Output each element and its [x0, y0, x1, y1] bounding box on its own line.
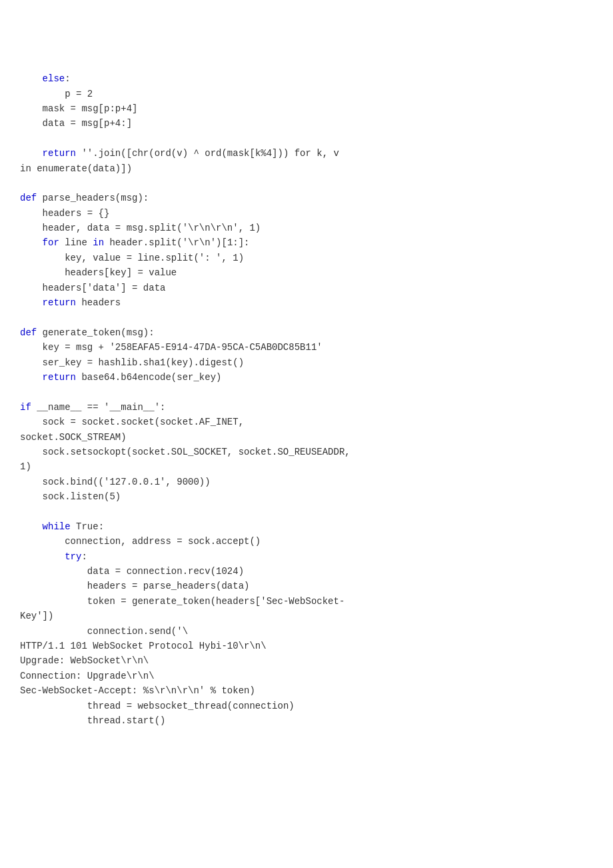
code-token-indent4 [20, 118, 43, 129]
code-token-normal: True: [71, 521, 104, 532]
code-line: key = msg + '258EAFA5-E914-47DA-95CA-C5A… [20, 340, 593, 355]
code-token-normal: headers['data'] = data [43, 283, 166, 293]
code-token-indent12 [20, 626, 87, 637]
code-token-normal: key = msg + '258EAFA5-E914-47DA-95CA-C5A… [43, 342, 322, 353]
code-token-normal: Sec-WebSocket-Accept: %s\r\n\r\n' % toke… [20, 685, 255, 696]
code-token-normal: connection.send('\ [87, 626, 188, 637]
code-line: p = 2 [20, 87, 593, 101]
code-line: in enumerate(data)]) [20, 161, 593, 176]
code-token-normal: : [65, 73, 70, 84]
code-line: HTTP/1.1 101 WebSocket Protocol Hybi-10\… [20, 639, 593, 653]
code-line: return ''.join([chr(ord(v) ^ ord(mask[k%… [20, 146, 593, 161]
code-line: socket.SOCK_STREAM) [20, 430, 593, 445]
code-token-indent4 [20, 297, 43, 308]
code-line: headers = parse_headers(data) [20, 579, 593, 593]
code-token-normal: key, value = line.split(': ', 1) [65, 253, 244, 263]
code-token-normal: p = 2 [65, 89, 93, 99]
code-token-normal: : [81, 551, 87, 562]
code-token-normal: __name__ == '__main__': [31, 402, 166, 413]
code-empty-line [20, 505, 593, 519]
code-token-normal: sock.listen(5) [43, 491, 121, 502]
code-token-indent8 [20, 253, 65, 263]
code-line: data = msg[p+4:] [20, 116, 593, 131]
code-token-normal: data = connection.recv(1024) [87, 566, 244, 577]
code-token-kw: in [93, 237, 104, 248]
code-token-normal: token = generate_token(headers['Sec-WebS… [87, 596, 344, 607]
code-line: connection, address = sock.accept() [20, 534, 593, 549]
code-token-normal: header, data = msg.split('\r\n\r\n', 1) [43, 223, 261, 233]
code-line: for line in header.split('\r\n')[1:]: [20, 235, 593, 250]
code-line: sock.listen(5) [20, 489, 593, 504]
code-line: Key']) [20, 609, 593, 623]
code-token-indent4 [20, 342, 43, 353]
code-token-kw: return [43, 372, 76, 383]
code-token-normal: in enumerate(data)]) [20, 163, 132, 174]
code-token-normal: HTTP/1.1 101 WebSocket Protocol Hybi-10\… [20, 641, 267, 651]
code-token-kw: for [43, 237, 59, 248]
code-token-indent12 [20, 715, 87, 726]
code-token-indent4 [20, 237, 43, 248]
code-token-normal: parse_headers(msg): [37, 193, 149, 203]
code-line: thread = websocket_thread(connection) [20, 699, 593, 713]
code-line: token = generate_token(headers['Sec-WebS… [20, 594, 593, 609]
code-token-indent12 [20, 596, 87, 607]
code-line: header, data = msg.split('\r\n\r\n', 1) [20, 221, 593, 235]
code-line: return base64.b64encode(ser_key) [20, 370, 593, 385]
code-token-normal: headers [76, 297, 121, 308]
code-token-normal: thread = websocket_thread(connection) [87, 701, 295, 711]
code-empty-line [20, 176, 593, 191]
code-line: sock = socket.socket(socket.AF_INET, [20, 415, 593, 429]
code-line: key, value = line.split(': ', 1) [20, 251, 593, 265]
code-line: thread.start() [20, 713, 593, 728]
code-token-indent4 [20, 357, 43, 368]
code-token-normal: sock.bind(('127.0.0.1', 9000)) [43, 477, 211, 487]
code-token-indent4 [20, 73, 43, 84]
code-token-normal: data = msg[p+4:] [43, 118, 132, 129]
code-line: connection.send('\ [20, 624, 593, 639]
code-line: while True: [20, 519, 593, 534]
code-token-indent8 [20, 551, 65, 562]
code-token-kw: def [20, 327, 37, 338]
code-token-indent12 [20, 701, 87, 711]
code-line: Connection: Upgrade\r\n\ [20, 669, 593, 683]
code-token-indent4 [20, 208, 43, 219]
code-token-indent8 [20, 536, 65, 547]
code-token-indent4 [20, 103, 43, 114]
code-token-indent12 [20, 566, 87, 577]
code-token-normal: line [59, 237, 93, 248]
code-line: try: [20, 549, 593, 564]
code-line: Sec-WebSocket-Accept: %s\r\n\r\n' % toke… [20, 683, 593, 698]
code-token-kw: return [43, 297, 76, 308]
code-token-normal: sock = socket.socket(socket.AF_INET, [43, 417, 244, 427]
code-token-normal: header.split('\r\n')[1:]: [104, 237, 249, 248]
code-line: mask = msg[p:p+4] [20, 101, 593, 116]
code-token-indent4 [20, 372, 43, 383]
code-line: def generate_token(msg): [20, 325, 593, 340]
code-token-indent12 [20, 581, 87, 591]
code-token-normal: headers[key] = value [65, 267, 177, 278]
code-token-indent4 [20, 477, 43, 487]
code-token-kw: if [20, 402, 31, 413]
code-token-normal: Upgrade: WebSocket\r\n\ [20, 655, 149, 666]
code-token-normal: Connection: Upgrade\r\n\ [20, 671, 155, 681]
code-empty-line [20, 310, 593, 325]
code-token-indent4 [20, 521, 43, 532]
code-empty-line [20, 57, 593, 71]
code-line: data = connection.recv(1024) [20, 564, 593, 579]
code-line: return headers [20, 295, 593, 310]
code-token-normal: mask = msg[p:p+4] [43, 103, 138, 114]
code-token-kw: return [43, 148, 76, 159]
code-token-kw: while [43, 521, 71, 532]
code-line: headers = {} [20, 206, 593, 221]
code-line: else: [20, 71, 593, 86]
code-token-normal: thread.start() [87, 715, 166, 726]
code-token-indent4 [20, 283, 43, 293]
code-token-indent8 [20, 89, 65, 99]
code-token-normal: ''.join([chr(ord(v) ^ ord(mask[k%4])) fo… [76, 148, 339, 159]
code-token-normal: socket.SOCK_STREAM) [20, 432, 127, 443]
code-token-indent4 [20, 447, 43, 457]
code-empty-line [20, 41, 593, 56]
code-token-normal: generate_token(msg): [37, 327, 154, 338]
code-token-normal: ser_key = hashlib.sha1(key).digest() [43, 357, 244, 368]
code-token-normal: headers = {} [43, 208, 110, 219]
